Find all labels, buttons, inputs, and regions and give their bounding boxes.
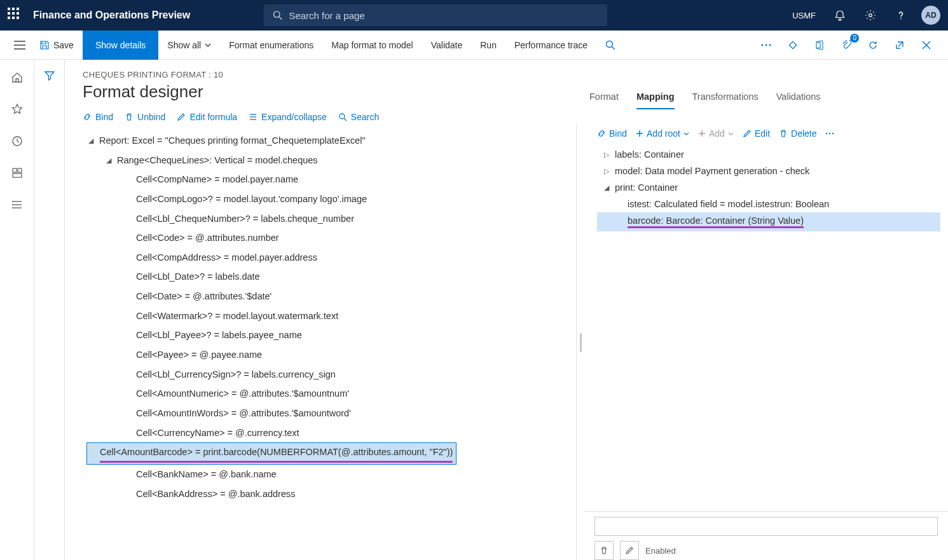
tree-row[interactable]: Cell<BankName> = @.bank.name: [86, 465, 576, 484]
delete-value-button[interactable]: [594, 541, 614, 560]
tree-row[interactable]: Cell<Lbl_ChequeNumber>? = labels.cheque_…: [86, 209, 576, 229]
tree-row[interactable]: ◢Range<ChequeLines>: Vertical = model.ch…: [86, 151, 576, 170]
waffle-icon[interactable]: [8, 8, 23, 23]
modules-icon[interactable]: [10, 197, 25, 212]
search-tree-button[interactable]: Search: [338, 112, 379, 122]
help-icon[interactable]: [891, 5, 911, 25]
svg-point-2: [869, 14, 872, 17]
svg-point-24: [12, 207, 13, 208]
tab-format[interactable]: Format: [589, 86, 619, 109]
bind-button-right[interactable]: Bind: [597, 128, 627, 139]
pencil-icon: [177, 113, 186, 121]
validate-button[interactable]: Validate: [422, 31, 472, 60]
trash-icon: [600, 546, 608, 555]
tree-row[interactable]: Cell<CompLogo>? = model.layout.'company …: [86, 189, 576, 209]
tree-node-labels[interactable]: ▷labels: Container: [597, 146, 940, 163]
edit-formula-button[interactable]: Edit formula: [177, 112, 237, 122]
tab-validations[interactable]: Validations: [776, 86, 821, 109]
search-box[interactable]: [264, 4, 607, 26]
search-icon: [338, 113, 347, 121]
pencil-icon: [625, 546, 634, 555]
tree-node-print[interactable]: ◢print: Container: [597, 179, 940, 196]
star-icon[interactable]: [10, 102, 25, 117]
search-input[interactable]: [289, 10, 598, 21]
tree-row[interactable]: Cell<CurrencyName> = @.currency.text: [86, 423, 576, 443]
delete-button[interactable]: Delete: [779, 128, 816, 139]
tree-label: Cell<Lbl_ChequeNumber>? = labels.cheque_…: [136, 211, 354, 227]
office-icon[interactable]: [811, 36, 828, 54]
chevron-down-icon: [205, 43, 211, 47]
tree-row[interactable]: Cell<AmountNumeric> = @.attributes.'$amo…: [86, 384, 576, 404]
tree-row[interactable]: ◢Report: Excel = "Cheques printing forma…: [86, 131, 576, 151]
svg-line-8: [612, 46, 615, 50]
svg-line-29: [344, 118, 347, 121]
tree-label: Cell<BankAddress> = @.bank.address: [136, 486, 296, 502]
diamond-icon[interactable]: [784, 36, 802, 54]
svg-rect-12: [789, 41, 796, 48]
refresh-icon[interactable]: [864, 36, 882, 54]
caret-icon[interactable]: ◢: [104, 154, 113, 167]
tree-row[interactable]: Cell<CompAddress> = model.payer.address: [86, 248, 576, 268]
svg-point-10: [766, 44, 767, 46]
value-input[interactable]: [594, 517, 938, 536]
tree-row[interactable]: Cell<Date> = @.attributes.'$date': [86, 287, 576, 306]
tree-row[interactable]: Cell<AmountBarcode> = print.barcode(NUMB…: [86, 442, 457, 465]
tree-row[interactable]: Cell<Watermark>? = model.layout.watermar…: [86, 306, 576, 326]
tree-node-barcode[interactable]: barcode: Barcode: Container (String Valu…: [597, 212, 940, 231]
list-icon: [249, 113, 258, 121]
show-all-button[interactable]: Show all: [158, 31, 220, 60]
svg-point-28: [340, 114, 345, 119]
run-button[interactable]: Run: [471, 31, 505, 60]
company-code[interactable]: USMF: [792, 11, 816, 20]
edit-button[interactable]: Edit: [743, 128, 770, 139]
search-button[interactable]: [596, 31, 624, 60]
expand-collapse-button[interactable]: Expand/collapse: [249, 112, 327, 122]
svg-point-11: [769, 44, 771, 46]
workspace-icon[interactable]: [10, 165, 25, 181]
svg-line-1: [279, 17, 282, 19]
avatar[interactable]: AD: [921, 6, 940, 25]
tree-row[interactable]: Cell<Code> = @.attributes.number: [86, 228, 576, 248]
home-icon[interactable]: [10, 70, 25, 85]
tree-node-model[interactable]: ▷model: Data model Payment generation - …: [597, 163, 940, 179]
unbind-button[interactable]: Unbind: [125, 112, 165, 122]
splitter[interactable]: [577, 125, 584, 560]
tree-label: Report: Excel = "Cheques printing format…: [99, 133, 366, 149]
recent-icon[interactable]: [10, 133, 25, 149]
more-icon[interactable]: [757, 36, 775, 54]
tree-node-istest[interactable]: istest: Calculated field = model.istestr…: [597, 196, 940, 212]
mapping-pane: Bind Add root Add Edit Delete ▷labels: C…: [584, 125, 948, 560]
close-icon[interactable]: [917, 36, 935, 54]
add-root-button[interactable]: Add root: [636, 128, 689, 139]
more-button[interactable]: [825, 132, 834, 135]
attachments-icon[interactable]: 0: [837, 36, 855, 54]
settings-icon[interactable]: [860, 5, 881, 25]
tree-label: Cell<Payee> = @.payee.name: [136, 347, 262, 363]
popout-icon[interactable]: [891, 36, 909, 54]
tree-label: Range<ChequeLines>: Vertical = model.che…: [117, 153, 318, 168]
tree-row[interactable]: Cell<Payee> = @.payee.name: [86, 345, 576, 365]
tree-row[interactable]: Cell<AmountInWords> = @.attributes.'$amo…: [86, 404, 576, 423]
hamburger-button[interactable]: [9, 31, 31, 60]
tree-label: Cell<BankName> = @.bank.name: [136, 467, 277, 482]
perf-trace-button[interactable]: Performance trace: [505, 31, 596, 60]
notification-icon[interactable]: [830, 5, 850, 25]
save-button[interactable]: Save: [31, 31, 83, 60]
tree-row[interactable]: Cell<BankAddress> = @.bank.address: [86, 484, 576, 504]
tab-mapping[interactable]: Mapping: [636, 86, 675, 109]
bind-button[interactable]: Bind: [83, 112, 113, 122]
map-format-button[interactable]: Map format to model: [322, 31, 422, 60]
tree-row[interactable]: Cell<Lbl_CurrencySign>? = labels.currenc…: [86, 365, 576, 385]
caret-icon[interactable]: ◢: [86, 135, 95, 147]
tree-row[interactable]: Cell<CompName> = model.payer.name: [86, 170, 576, 189]
tree-row[interactable]: Cell<Lbl_Payee>? = labels.payee_name: [86, 325, 576, 345]
show-details-button[interactable]: Show details: [83, 31, 158, 60]
filter-icon[interactable]: [44, 70, 55, 560]
svg-point-36: [832, 133, 834, 134]
tree-row[interactable]: Cell<Lbl_Date>? = labels.date: [86, 267, 576, 287]
left-toolbar: Bind Unbind Edit formula Expand/collapse…: [65, 108, 577, 125]
tab-transformations[interactable]: Transformations: [692, 86, 759, 109]
format-enum-button[interactable]: Format enumerations: [220, 31, 322, 60]
search-icon: [273, 10, 282, 20]
edit-value-button[interactable]: [620, 541, 639, 560]
